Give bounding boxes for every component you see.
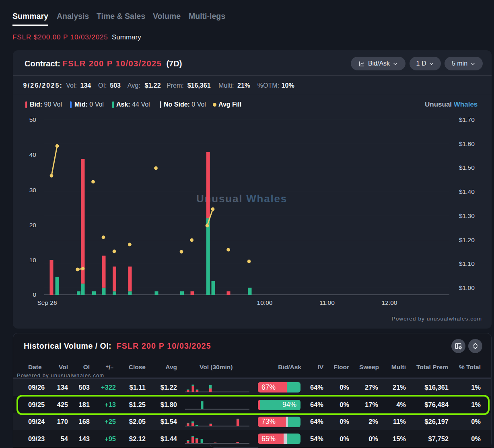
svg-text:40: 40: [29, 151, 37, 158]
svg-text:$1.50: $1.50: [459, 164, 475, 171]
svg-text:$1.30: $1.30: [459, 212, 475, 219]
svg-text:20: 20: [29, 222, 37, 228]
svg-text:Unusual Whales: Unusual Whales: [196, 193, 287, 205]
svg-text:$1.60: $1.60: [459, 140, 475, 147]
svg-text:10:00: 10:00: [257, 299, 273, 306]
svg-text:11:00: 11:00: [319, 299, 335, 306]
svg-text:10: 10: [29, 257, 37, 263]
svg-text:Powered by unusualwhales.com: Powered by unusualwhales.com: [392, 316, 482, 322]
svg-text:$1.10: $1.10: [459, 260, 475, 267]
svg-text:50: 50: [29, 116, 37, 123]
svg-text:$1.20: $1.20: [459, 236, 475, 243]
svg-text:30: 30: [29, 187, 37, 193]
svg-text:0: 0: [33, 291, 36, 298]
svg-text:12:00: 12:00: [382, 299, 397, 306]
svg-text:$1.70: $1.70: [459, 116, 475, 123]
svg-text:$1.00: $1.00: [459, 284, 475, 291]
svg-text:$1.40: $1.40: [459, 188, 475, 195]
svg-text:Sep 26: Sep 26: [37, 299, 57, 306]
